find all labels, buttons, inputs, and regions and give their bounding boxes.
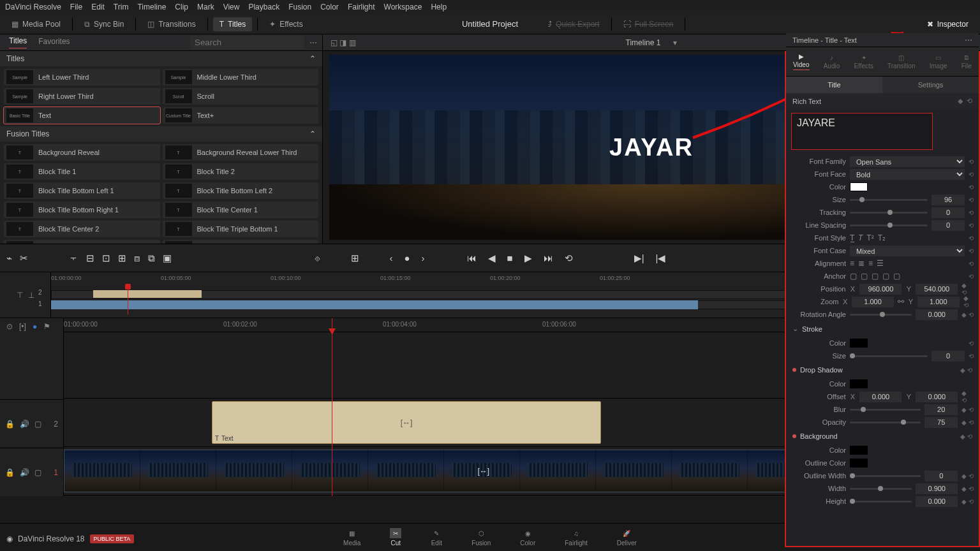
boring-detector-icon[interactable]: ⌁ <box>6 253 12 264</box>
background-header[interactable]: Background <box>800 432 838 440</box>
rotation-slider[interactable] <box>850 314 912 316</box>
subscript-icon[interactable]: T₂ <box>878 233 886 242</box>
fusion-title-item-7[interactable]: TBlock Title Center 1 <box>163 202 319 218</box>
inspector-tab-file[interactable]: 🗎File <box>961 54 972 70</box>
lower-playhead[interactable] <box>332 318 332 496</box>
keyframe-icon[interactable]: ◆ <box>960 367 965 374</box>
menu-mark[interactable]: Mark <box>197 3 214 11</box>
menu-help[interactable]: Help <box>431 3 447 11</box>
shadow-offset-y-input[interactable] <box>916 392 958 402</box>
lock-icon[interactable]: 🔒 <box>5 468 15 477</box>
fusion-title-item-3[interactable]: TBlock Title 2 <box>163 163 319 180</box>
cut-icon[interactable]: ✂ <box>20 253 28 264</box>
reset-icon[interactable]: ⟲ <box>969 158 974 165</box>
fusion-title-item-6[interactable]: TBlock Title Bottom Right 1 <box>4 202 160 218</box>
titles-button[interactable]: TTitles <box>213 17 253 31</box>
align-left-icon[interactable]: ≡ <box>850 259 854 268</box>
anchor-mr-icon[interactable]: ▢ <box>893 272 900 281</box>
inspector-tab-video[interactable]: ▶Video <box>793 53 809 70</box>
prev-edit-icon[interactable]: |◀ <box>656 253 666 264</box>
superscript-icon[interactable]: T² <box>866 233 873 242</box>
play-reverse-icon[interactable]: ◀ <box>488 253 496 264</box>
font-face-select[interactable]: Bold <box>850 169 965 180</box>
align-justify-icon[interactable]: ☰ <box>877 259 884 268</box>
jog-next-icon[interactable]: › <box>422 253 425 263</box>
effects-button[interactable]: ✦Effects <box>263 17 309 31</box>
reset-icon[interactable]: ⟲ <box>969 498 974 505</box>
nav-color[interactable]: ◉Color <box>520 528 535 547</box>
shadow-color-swatch[interactable] <box>850 379 868 388</box>
keyframe-icon[interactable]: ◆ <box>961 311 967 318</box>
nav-media[interactable]: ▦Media <box>343 528 360 547</box>
timeline-tool-a-icon[interactable]: ⊤ <box>17 291 23 300</box>
subtab-settings[interactable]: Settings <box>882 77 979 93</box>
reset-icon[interactable]: ⟲ <box>969 184 974 191</box>
timeline-tool-b-icon[interactable]: ⊥ <box>28 291 34 300</box>
subtab-title[interactable]: Title <box>786 77 882 93</box>
title-item-2[interactable]: SampleRight Lower Third <box>4 88 160 105</box>
menu-workspace[interactable]: Workspace <box>384 3 422 11</box>
reset-icon[interactable]: ⟲ <box>969 171 974 178</box>
fusion-section-header[interactable]: Fusion Titles⌃ <box>0 126 322 142</box>
inspector-tab-effects[interactable]: ✦Effects <box>854 54 873 70</box>
reset-icon[interactable]: ⟲ <box>969 196 974 203</box>
close-up-icon[interactable]: ⧈ <box>134 253 140 264</box>
line-spacing-slider[interactable] <box>850 224 928 226</box>
lock-icon[interactable]: 🔒 <box>5 420 15 429</box>
flag-icon[interactable]: ⚑ <box>43 322 50 331</box>
stroke-header[interactable]: Stroke <box>802 325 822 333</box>
tab-titles[interactable]: Titles <box>9 36 27 48</box>
reset-icon[interactable]: ⟲ <box>969 353 974 360</box>
title-item-5[interactable]: Custom TitleText+ <box>163 107 319 124</box>
tracking-input[interactable] <box>932 207 965 218</box>
mini-title-clip[interactable] <box>93 290 202 298</box>
reset-icon[interactable]: ⟲ <box>969 260 974 267</box>
font-family-select[interactable]: Open Sans <box>850 156 965 167</box>
position-x-input[interactable] <box>859 284 902 295</box>
fusion-title-item-2[interactable]: TBlock Title 1 <box>4 163 160 180</box>
keyframe-icon[interactable]: ◆ <box>958 97 963 105</box>
tools-icon[interactable]: ⟐ <box>315 253 320 263</box>
reset-icon[interactable]: ⟲ <box>969 340 974 347</box>
first-frame-icon[interactable]: ⏮ <box>467 253 477 263</box>
jog-dot-icon[interactable]: ● <box>405 253 410 263</box>
size-input[interactable] <box>932 195 965 205</box>
snap-icon[interactable]: ⊙ <box>6 322 13 331</box>
menu-view[interactable]: View <box>223 3 240 11</box>
title-text-input[interactable]: JAYARE <box>791 113 933 150</box>
align-right-icon[interactable]: ≡ <box>868 259 873 268</box>
bg-outline-width-input[interactable] <box>924 471 958 481</box>
reset-icon[interactable]: ⟲ <box>967 433 972 440</box>
last-frame-icon[interactable]: ⏭ <box>544 253 553 263</box>
anchor-tl-icon[interactable]: ▢ <box>850 272 857 281</box>
anchor-tr-icon[interactable]: ▢ <box>872 272 879 281</box>
stroke-color-swatch[interactable] <box>850 339 868 348</box>
smart-insert-icon[interactable]: ⊟ <box>86 253 94 264</box>
menu-color[interactable]: Color <box>320 3 339 11</box>
align-center-icon[interactable]: ≣ <box>858 259 865 268</box>
chevron-down-icon[interactable]: ⌄ <box>792 325 798 333</box>
search-input[interactable] <box>189 36 304 49</box>
menu-edit[interactable]: Edit <box>91 3 105 11</box>
transitions-button[interactable]: ◫Transitions <box>141 17 202 31</box>
track-video-icon[interactable]: ▢ <box>34 468 41 477</box>
zoom-x-input[interactable] <box>852 297 894 307</box>
fusion-title-item-1[interactable]: TBackground Reveal Lower Third <box>163 144 319 161</box>
keyframe-icon[interactable]: ◆ <box>961 390 967 397</box>
place-on-top-icon[interactable]: ⧉ <box>148 253 155 264</box>
reset-icon[interactable]: ⟲ <box>967 97 972 105</box>
line-spacing-input[interactable] <box>932 220 965 231</box>
stop-icon[interactable]: ■ <box>507 253 513 263</box>
shadow-opacity-input[interactable] <box>924 417 958 428</box>
media-pool-button[interactable]: ▦Media Pool <box>5 17 67 31</box>
reset-icon[interactable]: ⟲ <box>969 247 974 254</box>
reset-icon[interactable]: ⟲ <box>969 473 974 480</box>
link-icon[interactable]: ⚯ <box>898 297 904 306</box>
nav-cut[interactable]: ✂Cut <box>390 528 401 547</box>
quick-export-button[interactable]: ⤴Quick Export <box>542 17 606 31</box>
split-icon[interactable]: ⫟ <box>69 253 78 263</box>
reset-icon[interactable]: ⟲ <box>969 235 974 242</box>
title-item-1[interactable]: SampleMiddle Lower Third <box>163 69 319 85</box>
bg-width-slider[interactable] <box>850 488 912 490</box>
bg-color-swatch[interactable] <box>850 446 868 455</box>
